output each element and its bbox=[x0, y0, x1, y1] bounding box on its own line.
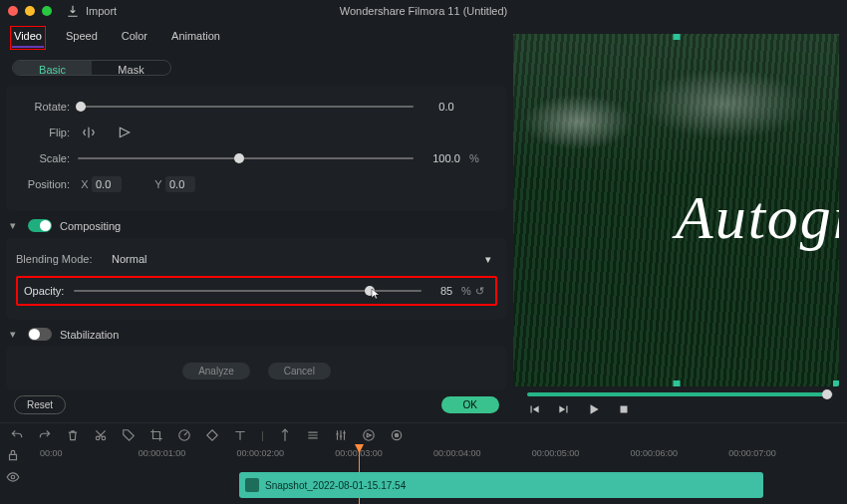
rotate-label: Rotate: bbox=[16, 101, 78, 113]
scale-value[interactable]: 100.0 bbox=[424, 152, 469, 164]
chevron-down-icon[interactable]: ▾ bbox=[10, 328, 20, 341]
compositing-toggle[interactable] bbox=[28, 219, 52, 232]
position-label: Position: bbox=[16, 178, 78, 190]
svg-rect-7 bbox=[10, 454, 17, 459]
lock-track-icon[interactable] bbox=[6, 448, 20, 462]
cut-icon[interactable] bbox=[94, 428, 108, 442]
reset-button[interactable]: Reset bbox=[14, 395, 66, 414]
position-x-label: X bbox=[78, 178, 92, 190]
stabilization-toggle[interactable] bbox=[28, 328, 52, 341]
ruler-mark: 00:00:07:00 bbox=[728, 448, 776, 458]
tab-color[interactable]: Color bbox=[120, 28, 149, 48]
dropdown-chevron-icon: ▾ bbox=[485, 253, 491, 266]
delete-icon[interactable] bbox=[66, 428, 80, 442]
video-preview[interactable]: Autogr bbox=[513, 34, 839, 386]
play-button[interactable] bbox=[587, 402, 601, 416]
subtab-mask[interactable]: Mask bbox=[92, 61, 170, 75]
stabilization-panel: Analyze Cancel bbox=[6, 347, 507, 389]
rotate-slider[interactable] bbox=[78, 100, 414, 114]
resize-handle-bottom-right[interactable] bbox=[833, 380, 839, 386]
selection-handles bbox=[513, 34, 839, 386]
resize-handle-top[interactable] bbox=[673, 34, 680, 40]
next-frame-button[interactable] bbox=[557, 402, 571, 416]
timeline-clip[interactable]: Snapshot_2022-08-01-15.17.54 bbox=[239, 472, 763, 498]
opacity-highlight: Opacity: 85 % ↺ bbox=[16, 276, 497, 306]
ruler-mark: 00:00:06:00 bbox=[631, 448, 679, 458]
prev-frame-button[interactable] bbox=[527, 402, 541, 416]
speed-icon[interactable] bbox=[177, 428, 191, 442]
eye-track-icon[interactable] bbox=[6, 470, 20, 484]
render-icon[interactable] bbox=[362, 428, 376, 442]
flip-horizontal-button[interactable] bbox=[78, 124, 100, 141]
ruler-mark: 00:00:02:00 bbox=[237, 448, 285, 458]
opacity-label: Opacity: bbox=[24, 285, 74, 297]
playback-controls bbox=[513, 396, 847, 422]
position-y-input[interactable]: 0.0 bbox=[165, 176, 195, 192]
ruler-mark: 00:00 bbox=[40, 448, 63, 458]
redo-icon[interactable] bbox=[38, 428, 52, 442]
compositing-title: Compositing bbox=[60, 220, 121, 232]
title-bar: Import Wondershare Filmora 11 (Untitled) bbox=[0, 0, 847, 22]
options-icon[interactable] bbox=[306, 428, 320, 442]
blending-mode-label: Blending Mode: bbox=[16, 253, 106, 265]
position-x-input[interactable]: 0.0 bbox=[92, 176, 122, 192]
inspector-footer: Reset OK bbox=[6, 391, 507, 418]
playback-progress[interactable] bbox=[527, 392, 833, 396]
flip-vertical-icon bbox=[118, 126, 132, 139]
clip-name: Snapshot_2022-08-01-15.17.54 bbox=[265, 480, 406, 491]
resize-handle-bottom[interactable] bbox=[673, 380, 680, 386]
stabilization-title: Stabilization bbox=[60, 329, 119, 341]
zoom-window-button[interactable] bbox=[42, 6, 52, 16]
compositing-panel: Blending Mode: Normal ▾ Opacity: 85 % ↺ bbox=[6, 238, 507, 320]
clip-thumbnail-icon bbox=[245, 478, 259, 492]
tab-animation[interactable]: Animation bbox=[169, 28, 222, 48]
opacity-value[interactable]: 85 bbox=[431, 285, 461, 297]
preview-panel: Autogr bbox=[513, 22, 847, 422]
marker-icon[interactable] bbox=[278, 428, 292, 442]
time-ruler[interactable]: 00:00 00:00:01:00 00:00:02:00 00:00:03:0… bbox=[60, 446, 847, 462]
tab-speed[interactable]: Speed bbox=[64, 28, 100, 48]
position-y-label: Y bbox=[151, 178, 165, 190]
chevron-down-icon[interactable]: ▾ bbox=[10, 219, 20, 232]
close-window-button[interactable] bbox=[8, 6, 18, 16]
minimize-window-button[interactable] bbox=[25, 6, 35, 16]
blending-mode-dropdown[interactable]: Normal ▾ bbox=[106, 253, 497, 266]
flip-vertical-button[interactable] bbox=[114, 124, 136, 141]
opacity-reset-button[interactable]: ↺ bbox=[475, 285, 489, 298]
opacity-slider[interactable] bbox=[74, 284, 422, 298]
rotate-value[interactable]: 0.0 bbox=[424, 101, 469, 113]
opacity-unit: % bbox=[461, 285, 475, 297]
tab-video[interactable]: Video bbox=[12, 28, 44, 48]
scale-slider[interactable] bbox=[78, 151, 414, 165]
compositing-section-header: ▾ Compositing bbox=[6, 213, 507, 236]
crop-icon[interactable] bbox=[149, 428, 163, 442]
import-icon bbox=[66, 4, 80, 18]
svg-point-8 bbox=[11, 475, 15, 479]
ruler-mark: 00:00:01:00 bbox=[139, 448, 186, 458]
timeline[interactable]: 00:00 00:00:01:00 00:00:02:00 00:00:03:0… bbox=[0, 446, 847, 504]
subtab-basic[interactable]: Basic bbox=[13, 61, 92, 75]
undo-icon[interactable] bbox=[10, 428, 24, 442]
app-title: Wondershare Filmora 11 (Untitled) bbox=[340, 5, 508, 17]
import-label: Import bbox=[86, 5, 117, 17]
timeline-toolbar: | bbox=[0, 422, 847, 446]
record-icon[interactable] bbox=[390, 428, 404, 442]
inspector-tabs: Video Speed Color Animation bbox=[6, 22, 507, 52]
text-overlay-icon[interactable] bbox=[233, 428, 247, 442]
cancel-button[interactable]: Cancel bbox=[268, 363, 331, 379]
stabilization-section-header: ▾ Stabilization bbox=[6, 322, 507, 345]
analyze-button[interactable]: Analyze bbox=[182, 363, 250, 379]
video-subtabs: Basic Mask bbox=[12, 60, 171, 76]
track-header bbox=[0, 446, 40, 504]
scale-label: Scale: bbox=[16, 152, 78, 164]
keyframe-icon[interactable] bbox=[205, 428, 219, 442]
svg-point-6 bbox=[395, 433, 399, 437]
blending-mode-value: Normal bbox=[112, 253, 146, 265]
ruler-mark: 00:00:05:00 bbox=[532, 448, 580, 458]
scale-unit: % bbox=[469, 152, 483, 164]
ok-button[interactable]: OK bbox=[441, 396, 499, 413]
import-button[interactable]: Import bbox=[66, 4, 117, 18]
stop-button[interactable] bbox=[617, 402, 631, 416]
tag-icon[interactable] bbox=[122, 428, 136, 442]
mixer-icon[interactable] bbox=[334, 428, 348, 442]
